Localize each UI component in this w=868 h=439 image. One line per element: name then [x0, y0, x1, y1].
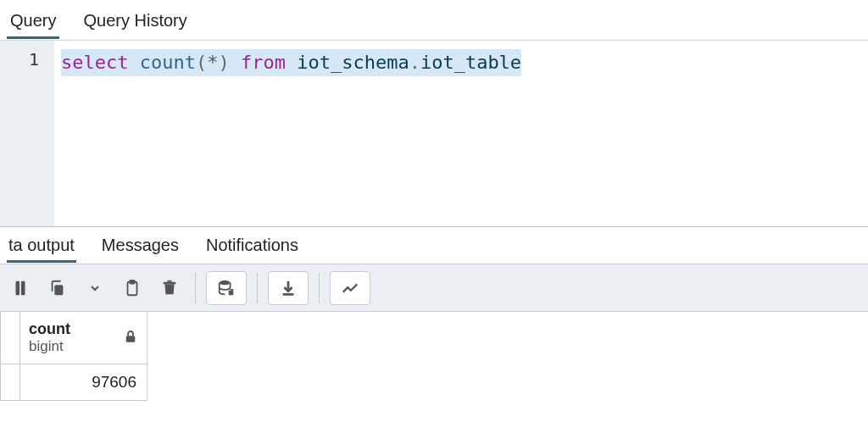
- editor-code-area[interactable]: select count(*) from iot_schema.iot_tabl…: [54, 41, 868, 226]
- svg-point-7: [220, 280, 231, 285]
- column-header-count[interactable]: count bigint: [20, 312, 147, 364]
- copy-icon[interactable]: [42, 271, 73, 305]
- results-tabs: ta output Messages Notifications: [0, 227, 868, 264]
- results-toolbar: [0, 264, 868, 312]
- column-name: count: [29, 320, 70, 338]
- toolbar-separator: [195, 273, 196, 303]
- paren-close: ): [218, 52, 229, 73]
- svg-rect-5: [164, 281, 176, 284]
- editor-gutter: 1: [0, 41, 54, 226]
- svg-rect-0: [16, 281, 20, 295]
- download-icon[interactable]: [268, 271, 309, 305]
- keyword-select: select: [61, 52, 128, 73]
- data-grid: count bigint 97606: [0, 312, 147, 401]
- tab-messages[interactable]: Messages: [100, 229, 181, 262]
- svg-rect-2: [54, 285, 63, 295]
- svg-rect-9: [126, 336, 136, 342]
- lock-icon: [123, 329, 138, 347]
- columns-icon[interactable]: [5, 271, 36, 305]
- paste-icon[interactable]: [117, 271, 147, 305]
- toolbar-separator: [319, 273, 320, 303]
- row-header[interactable]: [0, 364, 20, 401]
- star-operator: *: [207, 52, 218, 73]
- toolbar-separator: [257, 273, 258, 303]
- tab-data-output[interactable]: ta output: [7, 229, 76, 262]
- identifier-table: iot_table: [420, 52, 521, 73]
- trash-icon[interactable]: [154, 271, 185, 305]
- chevron-down-icon[interactable]: [80, 271, 110, 305]
- graph-icon[interactable]: [330, 271, 370, 305]
- save-db-icon[interactable]: [206, 271, 247, 305]
- line-number: 1: [0, 49, 39, 69]
- cell-count-value[interactable]: 97606: [20, 364, 147, 401]
- function-count: count: [140, 52, 196, 73]
- tab-query-history[interactable]: Query History: [80, 3, 190, 38]
- column-type: bigint: [29, 338, 70, 355]
- svg-rect-4: [130, 280, 135, 283]
- paren-open: (: [196, 52, 207, 73]
- corner-header[interactable]: [0, 312, 20, 364]
- identifier-schema: iot_schema: [297, 52, 409, 73]
- tab-query[interactable]: Query: [7, 3, 59, 38]
- keyword-from: from: [241, 52, 286, 73]
- tab-notifications[interactable]: Notifications: [204, 229, 300, 262]
- sql-editor: 1 select count(*) from iot_schema.iot_ta…: [0, 41, 868, 227]
- dot: .: [409, 52, 420, 73]
- svg-rect-6: [167, 280, 172, 281]
- editor-tabs: Query Query History: [0, 0, 868, 41]
- svg-rect-1: [21, 281, 25, 295]
